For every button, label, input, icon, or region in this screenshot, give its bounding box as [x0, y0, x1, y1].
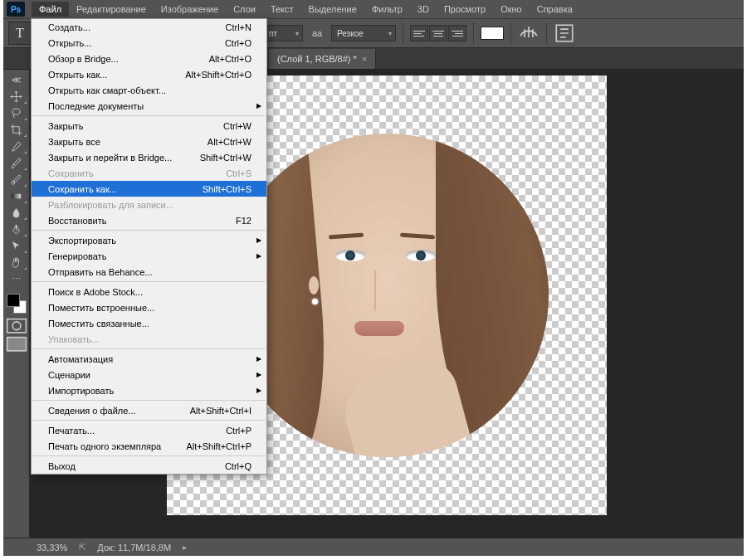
menu-выделение[interactable]: Выделение: [301, 2, 364, 17]
menu-item[interactable]: Создать...Ctrl+N: [32, 19, 266, 35]
align-right-button[interactable]: [448, 25, 466, 41]
more-tools-icon[interactable]: ⋯: [6, 270, 27, 287]
menu-item[interactable]: Сценарии▶: [32, 367, 266, 382]
menu-item[interactable]: Поиск в Adobe Stock...: [32, 284, 266, 299]
menu-separator: [32, 281, 266, 282]
menu-изображение[interactable]: Изображение: [154, 2, 226, 17]
menu-item: Упаковать...: [32, 331, 266, 347]
pen-tool-icon[interactable]: [6, 221, 27, 237]
separator: [510, 22, 511, 44]
menu-item[interactable]: Последние документы▶: [32, 98, 266, 114]
menu-фильтр[interactable]: Фильтр: [364, 2, 410, 17]
submenu-arrow-icon: ▶: [256, 355, 261, 363]
separator: [403, 22, 403, 44]
menu-item[interactable]: Открыть как смарт-объект...: [32, 82, 266, 98]
separator: [546, 22, 547, 44]
warp-text-icon[interactable]: [518, 24, 540, 42]
submenu-arrow-icon: ▶: [256, 371, 261, 378]
menu-item[interactable]: Печатать...Ctrl+P: [32, 422, 266, 438]
export-icon[interactable]: ⇱: [79, 543, 85, 552]
fg-color-swatch[interactable]: [7, 294, 20, 307]
active-tool-icon[interactable]: T: [8, 22, 32, 45]
antialias-select[interactable]: Резкое: [331, 25, 396, 41]
svg-point-1: [12, 108, 20, 114]
app-logo-icon: Ps: [7, 2, 25, 17]
menu-item[interactable]: Импортировать▶: [32, 382, 266, 398]
submenu-arrow-icon: ▶: [256, 236, 261, 244]
menu-separator: [32, 348, 266, 349]
menu-3d[interactable]: 3D: [410, 2, 437, 17]
menu-separator: [32, 115, 266, 116]
screenmode-icon[interactable]: [6, 337, 27, 352]
blur-tool-icon[interactable]: [6, 204, 27, 221]
gradient-tool-icon[interactable]: [6, 187, 27, 204]
document-tab-label: (Слой 1, RGB/8#) *: [277, 54, 357, 64]
crop-tool-icon[interactable]: [6, 121, 27, 138]
menu-файл[interactable]: Файл: [32, 2, 69, 17]
status-bar: 33,33% ⇱ Док: 11,7M/18,8M ▸: [3, 538, 744, 556]
chevron-right-icon[interactable]: ▸: [183, 543, 187, 552]
quickmask-icon[interactable]: [6, 319, 27, 334]
menu-редактирование[interactable]: Редактирование: [69, 2, 154, 17]
menu-item: Разблокировать для записи...: [32, 197, 266, 212]
brush-tool-icon[interactable]: [6, 154, 27, 171]
file-menu-dropdown: Создать...Ctrl+NОткрыть...Ctrl+OОбзор в …: [31, 18, 267, 475]
menu-справка[interactable]: Справка: [530, 2, 580, 17]
menu-item[interactable]: ЗакрытьCtrl+W: [32, 118, 266, 134]
menu-item[interactable]: Открыть...Ctrl+O: [32, 35, 266, 51]
menu-separator: [32, 420, 266, 421]
menu-item[interactable]: Сохранить как...Shift+Ctrl+S: [32, 181, 266, 197]
text-color-swatch[interactable]: [481, 27, 504, 40]
svg-point-5: [12, 322, 21, 330]
tools-panel: ≪ ⋯: [3, 70, 30, 538]
menu-item[interactable]: Автоматизация▶: [32, 351, 266, 367]
menu-item[interactable]: Экспортировать▶: [32, 232, 266, 248]
align-left-button[interactable]: [410, 25, 428, 41]
color-swatches[interactable]: [5, 292, 28, 315]
menu-item[interactable]: Открыть как...Alt+Shift+Ctrl+O: [32, 66, 266, 82]
history-brush-tool-icon[interactable]: [6, 171, 27, 187]
menu-item[interactable]: ВыходCtrl+Q: [32, 458, 266, 474]
submenu-arrow-icon: ▶: [256, 102, 261, 110]
separator: [473, 22, 474, 44]
lasso-tool-icon[interactable]: [6, 105, 27, 121]
menu-separator: [32, 400, 266, 401]
menu-separator: [32, 455, 266, 456]
submenu-arrow-icon: ▶: [256, 252, 261, 260]
menu-текст[interactable]: Текст: [263, 2, 301, 17]
menu-слои[interactable]: Слои: [226, 2, 263, 17]
text-align-group: [410, 25, 466, 41]
align-center-button[interactable]: [429, 25, 447, 41]
menu-item[interactable]: Закрыть и перейти в Bridge...Shift+Ctrl+…: [32, 149, 266, 165]
menu-item[interactable]: Обзор в Bridge...Alt+Ctrl+O: [32, 51, 266, 66]
menu-item[interactable]: Поместить встроенные...: [32, 299, 266, 315]
collapse-icon[interactable]: ≪: [6, 71, 27, 88]
document-tab[interactable]: (Слой 1, RGB/8#) * ×: [269, 49, 376, 69]
menu-separator: [32, 230, 266, 231]
hand-tool-icon[interactable]: [6, 254, 27, 270]
menu-просмотр[interactable]: Просмотр: [437, 2, 493, 17]
svg-rect-6: [7, 338, 26, 351]
move-tool-icon[interactable]: [6, 88, 27, 105]
menu-item[interactable]: Закрыть всеAlt+Ctrl+W: [32, 134, 266, 149]
menubar: Ps ФайлРедактированиеИзображениеСлоиТекс…: [3, 0, 744, 18]
antialias-icon: aa: [306, 24, 328, 42]
path-select-tool-icon[interactable]: [6, 237, 27, 254]
menu-item: СохранитьCtrl+S: [32, 165, 266, 181]
character-panel-icon[interactable]: [554, 24, 575, 42]
menu-item[interactable]: Поместить связанные...: [32, 315, 266, 331]
close-icon[interactable]: ×: [362, 54, 367, 64]
menu-item[interactable]: Печать одного экземпляраAlt+Shift+Ctrl+P: [32, 438, 266, 454]
svg-rect-3: [12, 193, 21, 198]
menu-item[interactable]: Отправить на Behance...: [32, 264, 266, 280]
svg-point-2: [12, 181, 15, 184]
menu-item[interactable]: Генерировать▶: [32, 248, 266, 264]
menu-item[interactable]: Сведения о файле...Alt+Shift+Ctrl+I: [32, 402, 266, 418]
doc-size-label: Док: 11,7M/18,8M: [97, 543, 171, 553]
photo-circle: [225, 134, 549, 457]
eyedropper-tool-icon[interactable]: [6, 138, 27, 154]
menu-item[interactable]: ВосстановитьF12: [32, 212, 266, 228]
zoom-level[interactable]: 33,33%: [37, 543, 67, 553]
menu-окно[interactable]: Окно: [493, 2, 530, 17]
submenu-arrow-icon: ▶: [256, 387, 261, 394]
